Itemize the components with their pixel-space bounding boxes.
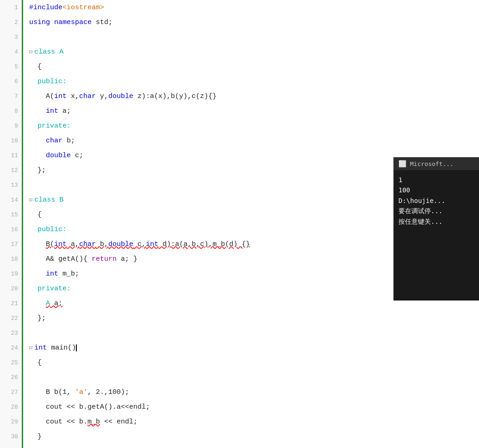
token: int xyxy=(46,270,58,278)
token: { xyxy=(29,211,42,219)
token: #include xyxy=(29,4,62,12)
terminal-panel: ⬜ Microsoft... 1100D:\houjie...要在调试停...按… xyxy=(393,157,479,301)
line-number: 20 xyxy=(0,281,22,296)
token: char xyxy=(79,240,96,248)
terminal-line: 100 xyxy=(398,185,474,195)
token: <iostream> xyxy=(62,4,104,12)
code-line: { xyxy=(25,59,479,74)
token: main() xyxy=(47,344,76,352)
token: B b(1, xyxy=(29,388,75,396)
token: z):a(x),b(y),c(z){} xyxy=(133,92,217,100)
line-number: 29 xyxy=(0,414,22,429)
terminal-line: 要在调试停... xyxy=(398,206,474,216)
code-line: ⊟int main() xyxy=(25,340,479,355)
token: a; xyxy=(50,300,62,307)
line-number: 19 xyxy=(0,266,22,281)
code-line: } xyxy=(25,429,479,444)
code-line: private: xyxy=(25,118,479,133)
token: cout << b.getA().a<<endl; xyxy=(29,403,150,411)
token: int xyxy=(146,240,158,248)
token: int xyxy=(54,240,67,248)
token xyxy=(29,240,46,248)
line-gutter: 1234567891011121314151617181920212223242… xyxy=(0,0,23,448)
line-number: 22 xyxy=(0,311,22,325)
code-line xyxy=(25,370,479,385)
token: c; xyxy=(71,152,83,160)
token: }; xyxy=(29,314,46,322)
line-number: 8 xyxy=(0,104,22,118)
code-line: int a; xyxy=(25,104,479,118)
line-number: 6 xyxy=(0,74,22,89)
token: char xyxy=(46,137,62,145)
token: std; xyxy=(96,18,112,26)
line-number: 15 xyxy=(0,207,22,222)
line-number: 16 xyxy=(0,222,22,237)
token: cout << b. xyxy=(29,418,87,426)
token: double xyxy=(46,152,71,160)
line-number: 1 xyxy=(0,0,22,15)
token: b; xyxy=(62,137,75,145)
code-line: cout << b.getA().a<<endl; xyxy=(25,399,479,414)
token: A xyxy=(46,300,50,307)
token: } xyxy=(29,433,42,441)
token: public: xyxy=(29,226,67,233)
code-line: A(int x,char y,double z):a(x),b(y),c(z){… xyxy=(25,89,479,104)
token: a, xyxy=(67,240,79,248)
token: x, xyxy=(67,92,79,100)
token xyxy=(29,107,46,115)
line-number: 13 xyxy=(0,178,22,192)
token: }; xyxy=(29,166,46,174)
code-line: B b(1, 'a', 2.,100); xyxy=(25,385,479,399)
token xyxy=(29,300,46,307)
token: A( xyxy=(29,92,54,100)
token: m_b xyxy=(87,418,100,426)
line-number: 23 xyxy=(0,325,22,340)
token: int xyxy=(34,344,47,352)
token: int xyxy=(46,107,58,115)
terminal-body: 1100D:\houjie...要在调试停...按任意键关... xyxy=(394,170,479,231)
token: ⊟ xyxy=(29,196,32,203)
token: { xyxy=(29,63,42,71)
token: namespace xyxy=(54,18,96,26)
token xyxy=(29,137,46,145)
code-line xyxy=(25,30,479,44)
line-number: 14 xyxy=(0,192,22,207)
token: A& getA(){ xyxy=(29,255,92,263)
terminal-line: D:\houjie... xyxy=(398,196,474,206)
line-number: 26 xyxy=(0,370,22,385)
code-line: cout << b.m_b << endl; xyxy=(25,414,479,429)
token: class xyxy=(34,48,59,56)
code-line: using namespace std; xyxy=(25,15,479,30)
token: m_b; xyxy=(58,270,79,278)
code-line: { xyxy=(25,355,479,370)
line-number: 21 xyxy=(0,296,22,311)
line-number: 25 xyxy=(0,355,22,370)
code-line: }; xyxy=(25,311,479,325)
line-number: 7 xyxy=(0,89,22,104)
token xyxy=(76,344,77,351)
line-number: 17 xyxy=(0,237,22,252)
token: using xyxy=(29,18,54,26)
code-line: char b; xyxy=(25,133,479,148)
line-number: 12 xyxy=(0,163,22,178)
line-number: 24 xyxy=(0,340,22,355)
line-number: 30 xyxy=(0,429,22,444)
token: return xyxy=(92,255,117,263)
line-number: 28 xyxy=(0,399,22,414)
token: class xyxy=(34,196,59,204)
token: B xyxy=(59,196,63,204)
line-number: 9 xyxy=(0,118,22,133)
token xyxy=(29,152,46,160)
token: << endl; xyxy=(100,418,137,426)
line-number: 4 xyxy=(0,44,22,59)
terminal-line: 1 xyxy=(398,175,474,185)
token xyxy=(29,270,46,278)
code-line: #include<iostream> xyxy=(25,0,479,15)
code-line: public: xyxy=(25,74,479,89)
line-number: 5 xyxy=(0,59,22,74)
token: a; } xyxy=(117,255,137,263)
token: , 2.,100); xyxy=(87,388,129,396)
line-number: 3 xyxy=(0,30,22,44)
editor-area: 1234567891011121314151617181920212223242… xyxy=(0,0,479,448)
terminal-icon: ⬜ xyxy=(398,160,406,167)
